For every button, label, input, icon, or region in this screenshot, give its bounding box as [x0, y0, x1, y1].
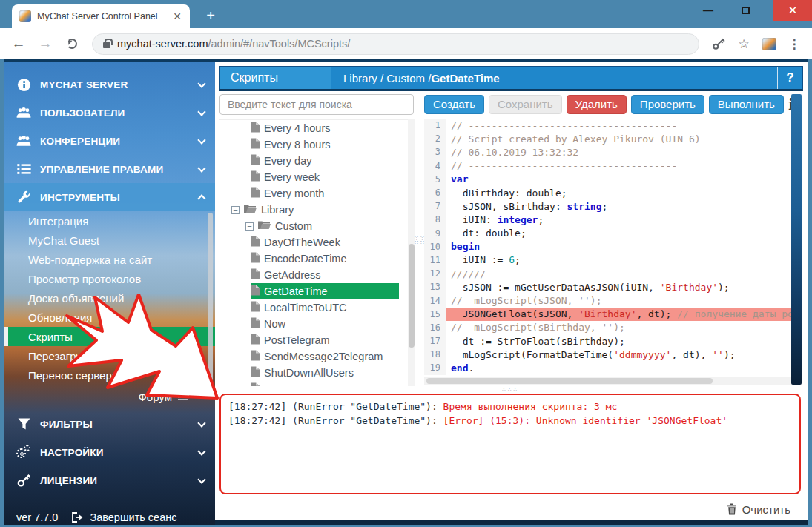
editor-vscrollbar[interactable] [791, 94, 802, 385]
code-token: mLogScript(FormatDateTime( [451, 349, 613, 360]
tree-item-dayoftheweek[interactable]: DayOfTheWeek [251, 234, 399, 251]
code-line: 14// mLogScript(sJSON, ''); [424, 294, 791, 307]
window-minimize-button[interactable]: — [693, 0, 723, 21]
tree-item-every-month[interactable]: Every month [251, 185, 399, 202]
sidebar-item-настройки[interactable]: НАСТРОЙКИ [4, 438, 215, 466]
window-close-button[interactable]: ✕ [773, 0, 812, 21]
submenu-item-интеграция[interactable]: Интеграция [4, 211, 215, 231]
tree-item-encodedatetime[interactable]: EncodeDateTime [251, 251, 399, 267]
tree-item-localtimetoutc[interactable]: LocalTimeToUTC [251, 299, 399, 316]
mychat-extension-icon[interactable] [759, 33, 779, 54]
submenu-item-label: MyChat Guest [28, 234, 99, 247]
code-editor[interactable]: 1// ------------------------------------… [424, 119, 791, 376]
file-icon [251, 317, 260, 331]
проверить-button[interactable]: Проверить [631, 95, 704, 114]
submenu-item-скрипты[interactable]: Скрипты [4, 327, 215, 346]
code-line: 7 sJSON, sBirthday: string; [424, 199, 791, 213]
code-text: var [446, 173, 791, 186]
tree-item-every-8-hours[interactable]: Every 8 hours [251, 136, 399, 153]
submenu-item-mychat-guest[interactable]: MyChat Guest [4, 231, 215, 250]
sidebar-item-пользователи[interactable]: ПОЛЬЗОВАТЕЛИ [4, 99, 215, 127]
vertical-splitter[interactable]: ⁙⁙⁙⁙⁙⁙ [417, 94, 423, 386]
sidebar-item-конференции[interactable]: КОНФЕРЕНЦИИ [4, 127, 215, 155]
submenu-item-web-поддержка-на-сайт[interactable]: Web-поддержка на сайт [4, 250, 215, 269]
tree-item-now[interactable]: Now [251, 316, 399, 332]
code-line: 1// ------------------------------------ [424, 119, 791, 132]
tab-close-icon[interactable]: ✕ [171, 10, 184, 22]
tree-item-every-4-hours[interactable]: Every 4 hours [251, 120, 399, 136]
console-line-prefix: [18:27:42] (RunError "GetDateTime"): [228, 401, 443, 412]
script-tree-panel: Every 4 hoursEvery 8 hoursEvery dayEvery… [219, 94, 415, 386]
reload-button[interactable] [61, 33, 83, 55]
password-key-icon[interactable] [708, 33, 729, 54]
collapse-toggle-icon[interactable]: − [231, 206, 240, 214]
sidebar-item-управление-правами[interactable]: УПРАВЛЕНИЕ ПРАВАМИ [4, 155, 215, 183]
clear-console-button[interactable]: Очистить [727, 503, 790, 516]
tree-item-posttelegram[interactable]: PostTelegram [251, 332, 399, 348]
editor-hscrollbar-thumb[interactable] [426, 378, 713, 384]
tree-item-sendmessage2telegram[interactable]: SendMessage2Telegram [251, 348, 399, 365]
console-line-prefix: [18:27:42] (RunError "GetDateTime"): [228, 415, 443, 426]
collapse-toggle-icon[interactable]: − [245, 222, 254, 231]
file-icon [251, 170, 260, 184]
horizontal-splitter[interactable]: ⁙⁙⁙ [219, 386, 800, 392]
file-icon [251, 138, 260, 151]
tree-item-shutdownallusers[interactable]: ShutDownAllUsers [251, 365, 399, 381]
выполнить-button[interactable]: Выполнить [709, 95, 784, 114]
new-tab-button[interactable]: + [200, 6, 221, 27]
sidebar-item-лицензии[interactable]: ЛИЦЕНЗИИ [4, 466, 215, 494]
line-number: 10 [424, 240, 446, 253]
forum-link[interactable]: Форум [4, 388, 215, 405]
back-button[interactable]: ← [7, 33, 30, 55]
submenu-item-обновления[interactable]: Обновления [4, 308, 215, 327]
sidebar-bottom-menu: ФИЛЬТРЫНАСТРОЙКИЛИЦЕНЗИИ [4, 410, 215, 494]
sidebar-item-label: MYCHAT SERVER [40, 79, 190, 90]
tree-scrollbar-thumb[interactable] [409, 244, 415, 348]
file-icon [251, 268, 260, 282]
sidebar-item-инструменты[interactable]: ИНСТРУМЕНТЫ [4, 183, 215, 211]
script-console-output: [18:27:42] (RunError "GetDateTime"): Вре… [219, 394, 801, 494]
submenu-item-доска-объявлений[interactable]: Доска объявлений [4, 288, 215, 308]
chevron-down-icon [197, 79, 205, 87]
tree-item-partial[interactable] [251, 381, 399, 386]
tree-item-getdatetime[interactable]: GetDateTime [251, 283, 399, 299]
code-text: iUIN: integer; [446, 213, 791, 226]
sidebar-item-label: ЛИЦЕНЗИИ [40, 475, 190, 486]
code-line: 3// 06.10.2019 13:32:32 [424, 145, 791, 159]
mychat-favicon-icon [19, 10, 31, 22]
удалить-button[interactable]: Удалить [567, 95, 627, 114]
sidebar-scrollbar[interactable] [208, 213, 213, 391]
line-number: 16 [424, 321, 446, 334]
bookmark-star-icon[interactable]: ☆ [733, 33, 754, 54]
address-bar[interactable]: mychat-server.com/admin/#/navTools/MCScr… [92, 33, 699, 55]
browser-menu-icon[interactable]: ⋮ [784, 33, 805, 54]
tree-folder-custom[interactable]: −Custom [241, 218, 399, 234]
code-token: JSONGetFloat(sJSON, [451, 308, 578, 319]
submenu-item-перезагрузка[interactable]: Перезагрузка [4, 346, 215, 365]
logout-button[interactable]: Завершить сеанс [71, 511, 176, 523]
editor-hscrollbar[interactable] [424, 377, 791, 385]
console-bottom-bar: Очистить [219, 497, 801, 521]
tree-search-input[interactable] [219, 94, 414, 115]
tree-item-every-day[interactable]: Every day [251, 153, 399, 169]
submenu-item-перенос-сервера[interactable]: Перенос сервера [4, 365, 215, 385]
help-button[interactable]: ? [777, 67, 802, 89]
tree-item-getaddress[interactable]: GetAddress [251, 267, 399, 283]
создать-button[interactable]: Создать [424, 95, 484, 114]
sidebar-item-mychat-server[interactable]: MYCHAT SERVER [4, 70, 215, 99]
sidebar-item-фильтры[interactable]: ФИЛЬТРЫ [4, 410, 215, 438]
line-number: 9 [424, 227, 446, 240]
section-tab-scripts[interactable]: Скрипты [220, 67, 331, 89]
forward-button[interactable]: → [34, 33, 56, 55]
submenu-item-просмотр-протоколов[interactable]: Просмотр протоколов [4, 269, 215, 288]
users-icon [16, 105, 31, 120]
tree-scrollbar[interactable] [408, 119, 415, 386]
url-domain: mychat-server.com [117, 38, 208, 50]
tree-item-every-week[interactable]: Every week [251, 169, 399, 185]
browser-tab[interactable]: MyChat Server Control Panel ✕ [12, 4, 190, 28]
tree-folder-library[interactable]: −Library [227, 202, 399, 218]
submenu-item-label: Скрипты [28, 331, 73, 343]
code-line: 16// mLogScript(sBirthday, ''); [424, 321, 791, 334]
window-maximize-button[interactable] [730, 0, 760, 21]
line-number: 8 [424, 213, 446, 226]
